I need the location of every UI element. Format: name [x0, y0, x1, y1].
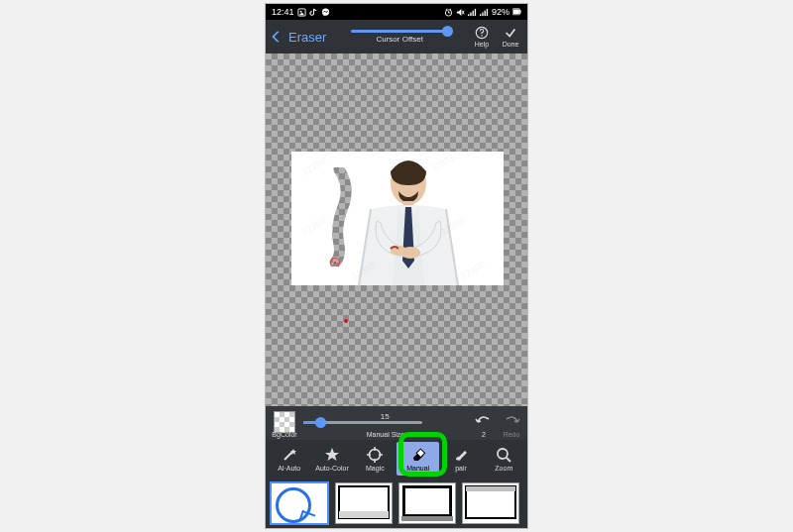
bgcolor-swatch [274, 411, 295, 433]
messenger-icon [321, 8, 330, 17]
bgcolor-button[interactable]: BgColor [268, 406, 301, 438]
tool-magic[interactable]: Magic [354, 442, 396, 476]
svg-point-25 [334, 262, 336, 264]
svg-rect-13 [513, 10, 519, 15]
svg-rect-6 [472, 10, 473, 15]
tool-repair[interactable]: pair [439, 442, 482, 476]
battery-text: 92% [492, 7, 510, 17]
svg-rect-9 [482, 12, 483, 16]
battery-icon [512, 8, 521, 17]
thumbnail-strip[interactable] [266, 478, 527, 528]
svg-rect-10 [484, 10, 485, 15]
eraser-icon [410, 447, 426, 463]
editing-canvas[interactable]: 123RF 123RF 123RF 123RF 123RF 123RF [266, 53, 527, 406]
tool-ai-auto[interactable]: AI·Auto [268, 442, 310, 476]
size-value: 15 [381, 412, 390, 421]
thumbnail-2[interactable] [335, 482, 393, 524]
target-icon [367, 447, 383, 463]
svg-rect-30 [339, 511, 389, 518]
tool-auto-color[interactable]: Auto-Color [310, 442, 353, 476]
svg-rect-35 [466, 486, 515, 491]
svg-rect-32 [405, 488, 449, 514]
tool-zoom[interactable]: Zoom [483, 442, 525, 476]
svg-rect-14 [520, 11, 521, 14]
help-button[interactable]: Help [469, 26, 495, 48]
toolbar: Eraser Cursor Offset Help Done [266, 20, 527, 53]
svg-rect-7 [475, 8, 476, 15]
cursor-offset-label: Cursor Offset [376, 35, 422, 44]
tool-manual[interactable]: Manual [396, 442, 439, 476]
center-marker [344, 319, 348, 323]
thumbnail-3[interactable] [398, 482, 456, 524]
photo[interactable]: 123RF 123RF 123RF 123RF 123RF 123RF [291, 152, 504, 285]
zoom-icon [496, 447, 511, 463]
signal1-icon [468, 8, 477, 17]
eraser-stroke [321, 167, 361, 270]
tools-row: AI·Auto Auto-Color Magic Manual pair Zoo… [266, 440, 527, 478]
svg-rect-8 [480, 14, 481, 16]
mute-icon [456, 8, 465, 17]
size-slider[interactable] [303, 421, 422, 424]
done-button[interactable]: Done [498, 26, 523, 48]
svg-point-16 [481, 35, 482, 36]
back-button[interactable] [270, 30, 283, 44]
manual-size-control[interactable]: 15 Manual Size [301, 406, 470, 438]
svg-point-1 [299, 10, 301, 12]
screen-title: Eraser [288, 30, 326, 45]
undo-button[interactable]: 2 [470, 406, 498, 438]
svg-rect-11 [487, 8, 488, 15]
tiktok-icon [309, 8, 318, 17]
thumbnail-1[interactable] [270, 481, 329, 525]
svg-point-28 [498, 449, 508, 459]
status-time: 12:41 [272, 7, 294, 17]
star-icon [324, 447, 340, 463]
redo-button[interactable]: Redo [498, 406, 525, 438]
svg-point-26 [370, 449, 381, 460]
phone-frame: 12:41 92% Eraser Cursor Offset Help [265, 3, 528, 529]
statusbar: 12:41 92% [266, 4, 527, 20]
wand-icon [282, 447, 297, 463]
signal2-icon [480, 8, 489, 17]
gallery-icon [297, 8, 306, 17]
svg-rect-4 [468, 14, 469, 16]
thumbnail-4[interactable] [462, 482, 519, 524]
svg-rect-33 [401, 516, 453, 521]
svg-rect-5 [470, 12, 471, 16]
mid-controls: BgColor 15 Manual Size 2 Redo [266, 406, 527, 440]
cursor-offset-slider[interactable] [351, 30, 448, 33]
brush-icon [453, 447, 469, 463]
cursor-offset-control[interactable]: Cursor Offset [333, 30, 466, 44]
alarm-icon [444, 8, 453, 17]
cable-icon [276, 487, 311, 523]
